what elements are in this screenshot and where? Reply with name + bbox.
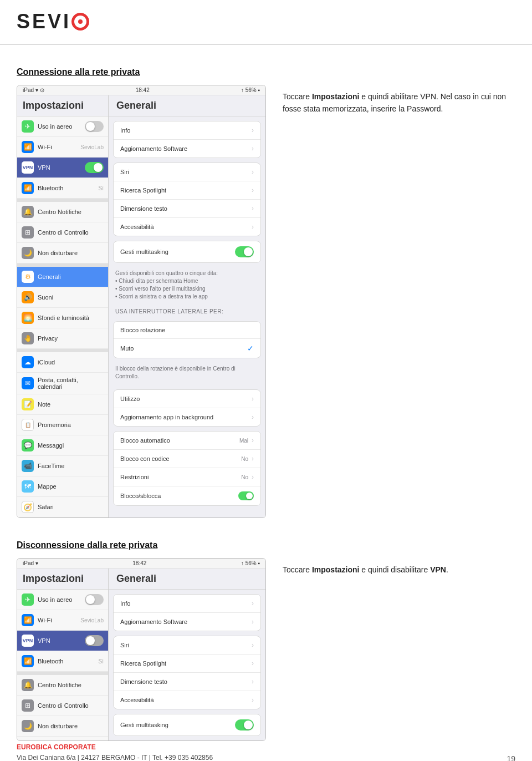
settings-group-1d: Blocco rotazione Muto ✓ [113,321,261,358]
vpn-toggle-1[interactable] [85,162,104,173]
settings-group-1f: Blocco automatico Mai › Blocco con codic… [113,431,261,506]
accessibilita-arrow-2: › [252,696,254,704]
settings-multitasking-1[interactable]: Gesti multitasking [114,241,260,262]
vpn-toggle-2[interactable] [85,635,104,646]
menu-item-bluetooth-2[interactable]: 📶 Bluetooth Sì [17,651,108,672]
settings-muto-1[interactable]: Muto ✓ [114,339,260,358]
settings-group-1e: Utilizzo › Aggiornamento app in backgrou… [113,389,261,427]
menu-item-notifiche-1[interactable]: 🔔 Centro Notifiche [17,202,108,222]
menu-item-disturba-1[interactable]: 🌙 Non disturbare [17,243,108,263]
promemoria-label-1: Promemoria [38,422,104,428]
footer-company: EUROBICA CORPORATE [17,743,96,751]
menu-item-notifiche-2[interactable]: 🔔 Centro Notifiche [17,675,108,696]
ricerca-arrow-2: › [252,659,254,667]
settings-info-1[interactable]: Info › [114,121,260,140]
ricerca-label-2: Ricerca Spotlight [120,660,248,667]
settings-ricerca-1[interactable]: Ricerca Spotlight › [114,181,260,200]
menu-item-generali-1[interactable]: ⚙ Generali [17,267,108,287]
ipad-right-panel-2: Generali Info › Aggiornamento Software › [109,569,265,740]
dimensione-arrow-1: › [252,205,254,212]
settings-group-2c: Gesti multitasking [113,714,261,736]
aggiornamento-arrow-1: › [252,145,254,153]
menu-item-messaggi-1[interactable]: 💬 Messaggi [17,435,108,456]
main-content: Connessione alla rete privata iPad ▾ ⊙ 1… [0,56,532,761]
status-left-1: iPad ▾ ⊙ [23,87,44,93]
settings-siri-1[interactable]: Siri › [114,163,260,181]
menu-item-wifi-1[interactable]: 📶 Wi-Fi SevioLab [17,137,108,158]
menu-item-promemoria-1[interactable]: 📋 Promemoria [17,415,108,435]
settings-ricerca-2[interactable]: Ricerca Spotlight › [114,655,260,673]
settings-blocco-codice-1[interactable]: Blocco con codice No › [114,450,260,468]
settings-aggiornamento-1[interactable]: Aggiornamento Software › [114,140,260,158]
menu-item-uso-aereo-1[interactable]: ✈ Uso in aereo [17,116,108,137]
lateral-label-1: USA INTERRUTTORE LATERALE PER: [109,305,265,317]
settings-blocco-sblocca-1[interactable]: Blocco/sblocca [114,486,260,505]
status-ipad-2: iPad ▾ [23,560,38,566]
messaggi-label-1: Messaggi [38,442,104,449]
settings-siri-2[interactable]: Siri › [114,636,260,655]
settings-accessibilita-2[interactable]: Accessibilità › [114,691,260,709]
generali-label-1: Generali [38,273,104,280]
dimensione-arrow-2: › [252,678,254,686]
settings-aggiornamento-bg-1[interactable]: Aggiornamento app in background › [114,408,260,426]
menu-item-facetime-1[interactable]: 📹 FaceTime [17,456,108,476]
menu-item-sfondi-1[interactable]: 🌅 Sfondi e luminosità [17,308,108,328]
blocco-rot-label-1: Blocco rotazione [120,327,254,333]
multitasking-toggle-2[interactable] [235,719,254,730]
status-battery-2: ↑ 56% ▪ [241,560,260,566]
menu-item-wifi-2[interactable]: 📶 Wi-Fi SevioLab [17,610,108,631]
menu-item-privacy-1[interactable]: 🤚 Privacy [17,328,108,349]
info-label-1: Info [120,127,248,134]
status-bar-1: iPad ▾ ⊙ 18:42 ↑ 56% ▪ [17,85,265,95]
settings-blocco-auto-1[interactable]: Blocco automatico Mai › [114,432,260,450]
wifi-label-1: Wi-Fi [38,144,76,150]
settings-blocco-rot-1[interactable]: Blocco rotazione [114,322,260,339]
menu-item-posta-1[interactable]: ✉ Posta, contatti, calendari [17,373,108,394]
wifi-value-1: SevioLab [80,144,104,150]
menu-item-safari-1[interactable]: 🧭 Safari [17,497,108,518]
section2: Disconnessione dalla rete privata iPad ▾… [17,540,515,741]
status-right-2: ↑ 56% ▪ [241,560,260,566]
settings-info-2[interactable]: Info › [114,595,260,613]
menu-item-suoni-1[interactable]: 🔊 Suoni [17,287,108,308]
menu-item-bluetooth-1[interactable]: 📶 Bluetooth Sì [17,178,108,199]
bluetooth-label-2: Bluetooth [38,658,95,664]
settings-accessibilita-1[interactable]: Accessibilità › [114,218,260,236]
blocco-auto-value-1: Mai [239,438,248,444]
settings-dimensione-2[interactable]: Dimensione testo › [114,673,260,691]
facetime-icon-1: 📹 [22,460,34,472]
multitasking-toggle-1[interactable] [235,246,254,257]
uso-aereo-toggle-1[interactable] [85,121,104,132]
settings-dimensione-1[interactable]: Dimensione testo › [114,200,260,218]
menu-item-mappe-1[interactable]: 🗺 Mappe [17,476,108,497]
footer-page-number: 19 [507,754,515,761]
settings-multitasking-2[interactable]: Gesti multitasking [114,714,260,735]
settings-utilizzo-1[interactable]: Utilizzo › [114,390,260,408]
blocco-sblocca-toggle-1[interactable] [238,491,254,500]
blocco-codice-arrow-1: › [252,455,254,463]
settings-aggiornamento-2[interactable]: Aggiornamento Software › [114,613,260,631]
aggiornamento-bg-label-1: Aggiornamento app in background [120,414,248,420]
uso-aereo-label-1: Uso in aereo [38,123,81,130]
accessibilita-label-2: Accessibilità [120,697,248,703]
menu-item-controllo-2[interactable]: ⊞ Centro di Controllo [17,696,108,716]
ipad-right-panel-1: Generali Info › Aggiornamento Software › [109,95,265,518]
menu-item-controllo-1[interactable]: ⊞ Centro di Controllo [17,222,108,243]
notifiche-icon-2: 🔔 [22,679,34,691]
settings-restrizioni-1[interactable]: Restrizioni No › [114,468,260,486]
promemoria-icon-1: 📋 [22,419,34,431]
ricerca-label-1: Ricerca Spotlight [120,187,248,194]
menu-item-uso-aereo-2[interactable]: ✈ Uso in aereo [17,590,108,610]
disturba-label-1: Non disturbare [38,250,104,256]
menu-item-icloud-1[interactable]: ☁ iCloud [17,352,108,373]
siri-label-2: Siri [120,642,248,648]
uso-aereo-toggle-2[interactable] [85,594,104,605]
restrizioni-value-1: No [241,474,248,480]
settings-group-1a: Info › Aggiornamento Software › [113,121,261,158]
menu-item-disturba-2[interactable]: 🌙 Non disturbare [17,716,108,737]
uso-aereo-label-2: Uso in aereo [38,596,81,603]
restrizioni-label-1: Restrizioni [120,474,238,480]
menu-item-vpn-1[interactable]: VPN VPN [17,158,108,178]
menu-item-note-1[interactable]: 📝 Note [17,394,108,415]
menu-item-vpn-2[interactable]: VPN VPN [17,631,108,651]
